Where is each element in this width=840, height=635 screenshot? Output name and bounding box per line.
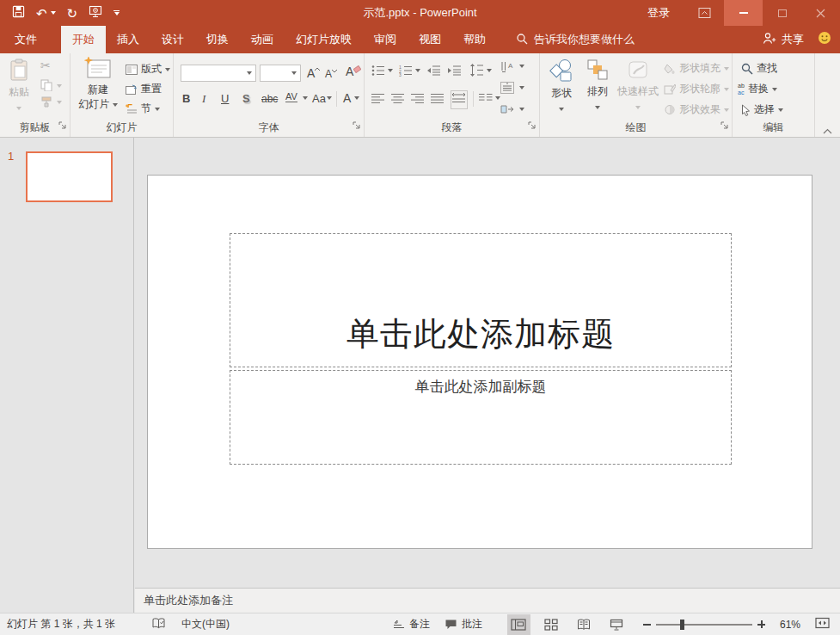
quick-styles-icon [627, 59, 649, 81]
section-button[interactable]: 节 [126, 102, 160, 116]
new-slide-icon [84, 57, 112, 83]
bullets-icon[interactable] [371, 65, 385, 80]
ribbon-display-options-icon[interactable] [685, 0, 724, 26]
clipboard-dialog-launcher-icon[interactable] [58, 118, 67, 133]
title-placeholder[interactable]: 单击此处添加标题 [230, 233, 732, 367]
reset-button[interactable]: 重置 [126, 82, 162, 96]
tab-file[interactable]: 文件 [0, 26, 52, 53]
select-button[interactable]: 选择 [741, 102, 783, 117]
paste-button[interactable]: 粘贴 [3, 59, 35, 115]
save-icon[interactable] [12, 5, 25, 22]
zoom-in-button[interactable] [757, 620, 765, 628]
tab-slideshow[interactable]: 幻灯片放映 [285, 26, 363, 53]
arrange-button[interactable]: 排列 [581, 59, 614, 114]
tab-review[interactable]: 审阅 [363, 26, 408, 53]
shape-effects-button[interactable]: 形状效果 [664, 102, 729, 117]
text-shadow-button[interactable]: S [242, 93, 250, 104]
spell-check-icon[interactable] [151, 617, 166, 632]
align-text-icon[interactable] [500, 82, 514, 97]
close-button[interactable] [801, 0, 840, 26]
notes-toggle-button[interactable]: 备注 [393, 617, 430, 632]
slide-sorter-view-button[interactable] [540, 614, 563, 635]
tab-insert[interactable]: 插入 [106, 26, 150, 53]
undo-button[interactable]: ↶ [36, 7, 56, 20]
collapse-ribbon-icon[interactable] [823, 122, 832, 138]
change-case-dropdown-icon[interactable] [327, 96, 332, 100]
justify-icon[interactable] [431, 92, 445, 108]
change-case-button[interactable]: Aa [312, 93, 326, 104]
search-icon [516, 33, 528, 47]
undo-dropdown-icon[interactable] [51, 11, 56, 15]
align-left-icon[interactable] [371, 92, 385, 108]
underline-button[interactable]: U [221, 93, 229, 104]
shape-outline-button[interactable]: 形状轮廓 [664, 82, 729, 96]
bold-button[interactable]: B [182, 93, 190, 104]
tab-home[interactable]: 开始 [61, 26, 106, 53]
text-direction-icon[interactable]: A [500, 60, 514, 76]
slide-counter: 幻灯片 第 1 张，共 1 张 [7, 617, 115, 632]
character-spacing-button[interactable]: AV [285, 92, 297, 102]
fit-to-window-icon[interactable] [815, 617, 830, 632]
normal-view-button[interactable] [507, 614, 530, 635]
minimize-button[interactable] [724, 0, 763, 26]
copy-icon[interactable] [40, 79, 52, 95]
zoom-slider-thumb[interactable] [680, 620, 684, 630]
grow-font-button[interactable]: A [307, 67, 320, 79]
customize-qat-icon[interactable] [113, 10, 120, 15]
align-right-icon[interactable] [411, 92, 425, 108]
tab-transitions[interactable]: 切换 [195, 26, 240, 53]
line-spacing-icon[interactable] [469, 64, 484, 80]
pencil-outline-icon [664, 83, 676, 95]
new-slide-button[interactable]: 新建 幻灯片 [74, 57, 122, 112]
start-slideshow-icon[interactable] [89, 5, 102, 22]
numbering-icon[interactable]: 123 [399, 65, 413, 80]
clear-formatting-button[interactable]: A [346, 65, 361, 77]
paragraph-dialog-launcher-icon[interactable] [528, 118, 536, 133]
decrease-indent-icon[interactable] [426, 65, 441, 80]
font-name-combobox[interactable] [181, 65, 256, 82]
distribute-icon[interactable] [451, 90, 468, 109]
reading-view-button[interactable] [573, 614, 596, 635]
slideshow-view-button[interactable] [605, 614, 628, 635]
maximize-button[interactable] [763, 0, 801, 26]
notes-pane[interactable]: 单击此处添加备注 [135, 588, 840, 613]
tab-design[interactable]: 设计 [150, 26, 195, 53]
format-painter-icon[interactable] [40, 96, 52, 112]
layout-button[interactable]: 版式 [126, 62, 170, 77]
tab-animations[interactable]: 动画 [240, 26, 285, 53]
language-indicator[interactable]: 中文(中国) [181, 617, 230, 632]
strikethrough-button[interactable]: abc [261, 94, 278, 104]
italic-button[interactable]: I [202, 93, 205, 104]
columns-icon[interactable] [479, 92, 493, 108]
font-size-combobox[interactable] [260, 65, 301, 82]
font-color-dropdown-icon[interactable] [354, 96, 359, 100]
font-dialog-launcher-icon[interactable] [353, 118, 361, 133]
tab-help[interactable]: 帮助 [452, 26, 497, 53]
share-button[interactable]: 共享 [763, 32, 804, 47]
sign-in-button[interactable]: 登录 [632, 0, 685, 26]
increase-indent-icon[interactable] [447, 65, 462, 80]
slide-canvas[interactable]: 单击此处添加标题 单击此处添加副标题 [147, 175, 812, 549]
feedback-smiley-icon[interactable] [818, 31, 831, 48]
convert-smartart-icon[interactable] [500, 103, 514, 119]
shapes-button[interactable]: 形状 [545, 59, 578, 116]
zoom-slider[interactable] [656, 624, 752, 626]
zoom-out-button[interactable] [643, 624, 651, 626]
replace-button[interactable]: abac 替换 [738, 82, 777, 96]
cut-icon[interactable]: ✂ [40, 59, 51, 72]
comments-toggle-button[interactable]: 批注 [445, 617, 482, 632]
align-center-icon[interactable] [391, 92, 405, 108]
tab-view[interactable]: 视图 [408, 26, 452, 53]
shape-fill-button[interactable]: 形状填充 [664, 61, 729, 76]
subtitle-placeholder[interactable]: 单击此处添加副标题 [230, 370, 732, 465]
redo-button[interactable]: ↻ [67, 7, 78, 20]
drawing-dialog-launcher-icon[interactable] [720, 118, 729, 133]
zoom-level[interactable]: 61% [780, 619, 800, 631]
quick-styles-button[interactable]: 快速样式 [616, 59, 660, 114]
font-color-button[interactable]: A [343, 92, 351, 104]
character-spacing-dropdown-icon[interactable] [303, 96, 308, 100]
find-button[interactable]: 查找 [741, 61, 777, 76]
shrink-font-button[interactable]: A [325, 69, 337, 79]
tell-me-search[interactable]: 告诉我你想要做什么 [516, 26, 635, 53]
slide-thumbnail[interactable] [26, 151, 113, 202]
